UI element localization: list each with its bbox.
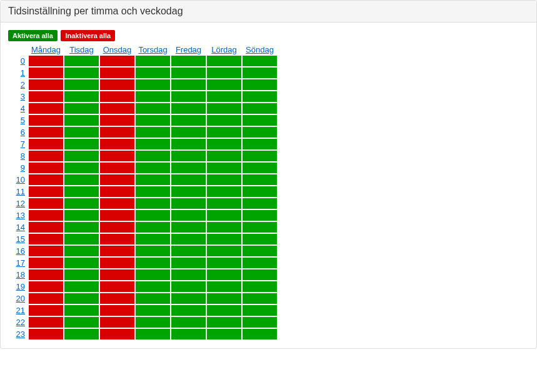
schedule-cell[interactable] <box>243 68 277 78</box>
schedule-cell[interactable] <box>64 115 99 126</box>
schedule-cell[interactable] <box>136 103 170 114</box>
schedule-cell[interactable] <box>64 79 99 90</box>
schedule-cell[interactable] <box>100 234 134 244</box>
schedule-cell[interactable] <box>64 186 99 197</box>
schedule-cell[interactable] <box>136 115 170 126</box>
schedule-cell[interactable] <box>29 269 63 280</box>
schedule-cell[interactable] <box>136 79 170 90</box>
schedule-cell[interactable] <box>243 269 277 280</box>
schedule-cell[interactable] <box>29 127 63 138</box>
schedule-cell[interactable] <box>136 222 170 233</box>
hour-link[interactable]: 22 <box>16 318 25 327</box>
schedule-cell[interactable] <box>100 56 134 66</box>
hour-link[interactable]: 18 <box>16 270 25 279</box>
schedule-cell[interactable] <box>100 210 134 221</box>
schedule-cell[interactable] <box>64 222 99 233</box>
schedule-cell[interactable] <box>100 103 134 114</box>
schedule-cell[interactable] <box>29 329 63 339</box>
schedule-cell[interactable] <box>243 317 277 328</box>
schedule-cell[interactable] <box>207 151 241 161</box>
schedule-cell[interactable] <box>243 305 277 316</box>
hour-link[interactable]: 12 <box>16 199 25 208</box>
schedule-cell[interactable] <box>243 246 277 256</box>
schedule-cell[interactable] <box>64 91 99 102</box>
schedule-cell[interactable] <box>243 91 277 102</box>
hour-link[interactable]: 20 <box>16 294 25 303</box>
schedule-cell[interactable] <box>29 91 63 102</box>
schedule-cell[interactable] <box>29 246 63 256</box>
schedule-cell[interactable] <box>100 163 134 173</box>
schedule-cell[interactable] <box>207 198 241 209</box>
schedule-cell[interactable] <box>207 139 241 149</box>
day-header-link[interactable]: Tisdag <box>69 45 94 54</box>
schedule-cell[interactable] <box>171 317 206 328</box>
schedule-cell[interactable] <box>207 91 241 102</box>
schedule-cell[interactable] <box>171 163 206 173</box>
schedule-cell[interactable] <box>64 103 99 114</box>
schedule-cell[interactable] <box>207 79 241 90</box>
schedule-cell[interactable] <box>136 56 170 66</box>
schedule-cell[interactable] <box>64 269 99 280</box>
schedule-cell[interactable] <box>243 127 277 138</box>
hour-link[interactable]: 5 <box>21 116 25 125</box>
schedule-cell[interactable] <box>29 198 63 209</box>
schedule-cell[interactable] <box>136 317 170 328</box>
schedule-cell[interactable] <box>136 234 170 244</box>
hour-link[interactable]: 15 <box>16 234 25 244</box>
schedule-cell[interactable] <box>171 91 206 102</box>
schedule-cell[interactable] <box>100 174 134 185</box>
schedule-cell[interactable] <box>136 210 170 221</box>
schedule-cell[interactable] <box>136 198 170 209</box>
schedule-cell[interactable] <box>136 68 170 78</box>
schedule-cell[interactable] <box>29 115 63 126</box>
schedule-cell[interactable] <box>29 234 63 244</box>
schedule-cell[interactable] <box>207 174 241 185</box>
schedule-cell[interactable] <box>100 186 134 197</box>
schedule-cell[interactable] <box>243 222 277 233</box>
schedule-cell[interactable] <box>171 246 206 256</box>
schedule-cell[interactable] <box>136 174 170 185</box>
schedule-cell[interactable] <box>207 68 241 78</box>
schedule-cell[interactable] <box>207 163 241 173</box>
schedule-cell[interactable] <box>207 115 241 126</box>
schedule-cell[interactable] <box>171 222 206 233</box>
schedule-cell[interactable] <box>171 103 206 114</box>
schedule-cell[interactable] <box>100 91 134 102</box>
deactivate-all-button[interactable]: Inaktivera alla <box>61 30 115 41</box>
schedule-cell[interactable] <box>243 258 277 268</box>
schedule-cell[interactable] <box>64 317 99 328</box>
hour-link[interactable]: 16 <box>16 246 25 256</box>
schedule-cell[interactable] <box>100 139 134 149</box>
schedule-cell[interactable] <box>29 139 63 149</box>
schedule-cell[interactable] <box>136 329 170 339</box>
hour-link[interactable]: 14 <box>16 223 25 232</box>
hour-link[interactable]: 8 <box>21 151 25 161</box>
schedule-cell[interactable] <box>29 163 63 173</box>
hour-link[interactable]: 6 <box>21 128 25 137</box>
schedule-cell[interactable] <box>171 329 206 339</box>
schedule-cell[interactable] <box>29 79 63 90</box>
schedule-cell[interactable] <box>171 210 206 221</box>
day-header-link[interactable]: Söndag <box>246 45 274 54</box>
schedule-cell[interactable] <box>64 293 99 304</box>
schedule-cell[interactable] <box>64 198 99 209</box>
schedule-cell[interactable] <box>100 222 134 233</box>
schedule-cell[interactable] <box>171 281 206 292</box>
schedule-cell[interactable] <box>29 151 63 161</box>
schedule-cell[interactable] <box>136 163 170 173</box>
schedule-cell[interactable] <box>136 281 170 292</box>
schedule-cell[interactable] <box>171 115 206 126</box>
hour-link[interactable]: 13 <box>16 211 25 220</box>
schedule-cell[interactable] <box>136 91 170 102</box>
schedule-cell[interactable] <box>136 127 170 138</box>
schedule-cell[interactable] <box>171 305 206 316</box>
hour-link[interactable]: 0 <box>21 56 25 66</box>
schedule-cell[interactable] <box>243 79 277 90</box>
schedule-cell[interactable] <box>64 56 99 66</box>
hour-link[interactable]: 9 <box>21 163 25 173</box>
hour-link[interactable]: 21 <box>16 306 25 315</box>
hour-link[interactable]: 19 <box>16 282 25 291</box>
schedule-cell[interactable] <box>207 222 241 233</box>
schedule-cell[interactable] <box>207 186 241 197</box>
hour-link[interactable]: 23 <box>16 329 25 339</box>
